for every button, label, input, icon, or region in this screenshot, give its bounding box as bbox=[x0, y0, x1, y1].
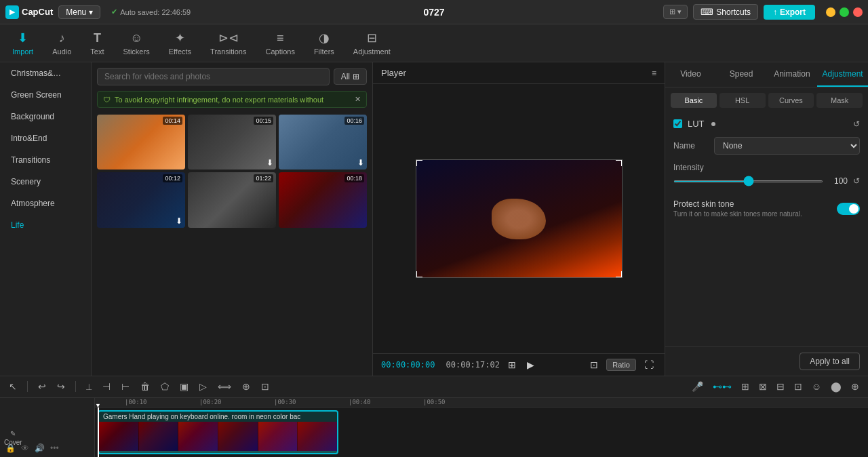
emoji-button[interactable]: ☺ bbox=[808, 379, 825, 394]
corner-tr[interactable] bbox=[616, 159, 623, 166]
tool-text[interactable]: T Text bbox=[81, 27, 113, 60]
nav-atmosphere[interactable]: Atmosphere bbox=[3, 193, 88, 214]
media-thumb-6[interactable]: 00:18 bbox=[279, 172, 367, 227]
nav-christmas[interactable]: Christmas&… bbox=[3, 63, 88, 83]
right-content: LUT ↺ Name None Intensity 100 ↺ bbox=[665, 113, 868, 346]
mic-button[interactable]: 🎤 bbox=[688, 379, 707, 394]
skin-tone-toggle[interactable] bbox=[837, 203, 860, 215]
maximize-button[interactable]: □ bbox=[840, 7, 849, 17]
corner-bl[interactable] bbox=[416, 271, 422, 278]
thumb-duration-6: 00:18 bbox=[344, 174, 364, 182]
media-thumb-2[interactable]: 00:15 ⬇ bbox=[188, 115, 276, 170]
captions-tl-button[interactable]: ⊡ bbox=[791, 379, 806, 394]
tool-import[interactable]: ⬇ Import bbox=[3, 26, 43, 60]
export-button[interactable]: ↑ Export bbox=[764, 5, 815, 20]
select-tool-button[interactable]: ↖ bbox=[5, 379, 20, 394]
subtab-curves[interactable]: Curves bbox=[768, 93, 814, 108]
search-input[interactable] bbox=[97, 68, 330, 85]
tab-video[interactable]: Video bbox=[665, 62, 716, 87]
player-panel: Player ≡ 00:00:00:00 00:00:17:02 ⊞ ▶ ⊡ R… bbox=[373, 62, 665, 376]
media-thumb-1[interactable]: 00:14 bbox=[97, 115, 185, 170]
color-button[interactable]: ⬤ bbox=[827, 379, 845, 394]
tracks-button[interactable]: ⊞ bbox=[738, 379, 753, 394]
trim-left-button[interactable]: ⊣ bbox=[99, 379, 114, 394]
thumb-download-3[interactable]: ⬇ bbox=[357, 158, 364, 167]
minimize-button[interactable]: − bbox=[826, 7, 835, 17]
tab-adjustment[interactable]: Adjustment bbox=[817, 62, 868, 87]
crop-button[interactable]: ⊕ bbox=[239, 379, 254, 394]
fullscreen-button[interactable]: ⛶ bbox=[642, 358, 656, 372]
media-thumb-5[interactable]: 01:22 bbox=[188, 172, 276, 227]
tool-stickers[interactable]: ☺ Stickers bbox=[114, 27, 159, 60]
tool-captions[interactable]: ≡ Captions bbox=[256, 27, 304, 60]
track-more-button[interactable]: ••• bbox=[49, 442, 60, 454]
media-thumb-4[interactable]: 00:12 ⬇ bbox=[97, 172, 185, 227]
undo-button[interactable]: ↩ bbox=[35, 379, 50, 394]
corner-tl[interactable] bbox=[416, 159, 422, 166]
ratio-button[interactable]: Ratio bbox=[606, 359, 636, 371]
transform-button[interactable]: ⊡ bbox=[258, 379, 273, 394]
player-menu-icon[interactable]: ≡ bbox=[652, 68, 656, 78]
timeline-body: 🔒 👁 🔊 ••• ✎ Cover |00:10 |00:20 |00:30 |… bbox=[0, 398, 868, 457]
nav-scenery[interactable]: Scenery bbox=[3, 172, 88, 192]
notice-check-icon: 🛡 bbox=[103, 96, 111, 104]
thumb-duration-3: 00:16 bbox=[344, 117, 364, 125]
trim-right-button[interactable]: ⊢ bbox=[118, 379, 133, 394]
menu-button[interactable]: Menu ▾ bbox=[58, 5, 100, 19]
ruler-label-0010: |00:10 bbox=[125, 399, 147, 405]
redo-button[interactable]: ↪ bbox=[54, 379, 68, 394]
subtab-basic[interactable]: Basic bbox=[671, 93, 717, 108]
subtab-mask[interactable]: Mask bbox=[816, 93, 863, 108]
thumb-duration-5: 01:22 bbox=[254, 174, 273, 182]
zoom-button[interactable]: ⊕ bbox=[848, 379, 863, 394]
nav-transitions[interactable]: Transitions bbox=[3, 150, 88, 170]
frame-button[interactable]: ▣ bbox=[176, 379, 192, 394]
intensity-reset-button[interactable]: ↺ bbox=[853, 176, 860, 186]
all-filter-button[interactable]: All ⊞ bbox=[334, 68, 367, 85]
tool-adjustment[interactable]: ⊟ Adjustment bbox=[344, 26, 400, 60]
tool-effects[interactable]: ✦ Effects bbox=[159, 26, 201, 60]
apply-to-all-button[interactable]: Apply to all bbox=[800, 353, 860, 370]
shortcuts-button[interactable]: ⌨ Shortcuts bbox=[693, 4, 758, 20]
notice-close-button[interactable]: ✕ bbox=[355, 95, 361, 104]
thumb-download-4[interactable]: ⬇ bbox=[176, 216, 182, 226]
attach-button[interactable]: ⊠ bbox=[755, 379, 770, 394]
shape-button[interactable]: ⬠ bbox=[157, 379, 172, 394]
intensity-slider[interactable] bbox=[673, 180, 823, 182]
play-in-button[interactable]: ▷ bbox=[196, 379, 210, 394]
mirror-button[interactable]: ⟺ bbox=[214, 379, 235, 394]
grid-view-button[interactable]: ⊞ bbox=[505, 358, 519, 372]
nav-life[interactable]: Life bbox=[3, 215, 88, 235]
right-panel: Video Speed Animation Adjustment Basic H… bbox=[665, 62, 868, 376]
detach-button[interactable]: ⊟ bbox=[773, 379, 788, 394]
nav-intro[interactable]: Intro&End bbox=[3, 128, 88, 148]
clip-frame-6 bbox=[298, 422, 337, 451]
tab-speed[interactable]: Speed bbox=[716, 62, 767, 87]
tool-filters[interactable]: ◑ Filters bbox=[304, 26, 344, 60]
tool-transitions[interactable]: ⊳⊲ Transitions bbox=[201, 26, 256, 60]
subtab-hsl[interactable]: HSL bbox=[719, 93, 766, 108]
timeline-clip[interactable]: Gamers Hand playing on keyboard online. … bbox=[98, 410, 338, 454]
project-id: 0727 bbox=[423, 7, 444, 18]
thumb-download-2[interactable]: ⬇ bbox=[267, 158, 273, 167]
tab-animation[interactable]: Animation bbox=[767, 62, 818, 87]
lut-row: LUT ↺ bbox=[673, 119, 860, 129]
close-button[interactable]: × bbox=[853, 7, 863, 17]
cover-button[interactable]: ✎ Cover bbox=[4, 430, 22, 446]
nav-background[interactable]: Background bbox=[3, 106, 88, 127]
delete-button[interactable]: 🗑 bbox=[137, 379, 153, 394]
play-button[interactable]: ▶ bbox=[524, 358, 537, 372]
monitor-button[interactable]: ⊞ ▾ bbox=[663, 5, 688, 19]
lut-checkbox[interactable] bbox=[673, 119, 682, 128]
link-clips-button[interactable]: ⊷⊷ bbox=[709, 379, 735, 394]
tool-audio[interactable]: ♪ Audio bbox=[43, 27, 81, 60]
name-select[interactable]: None bbox=[714, 137, 860, 155]
lut-reset-button[interactable]: ↺ bbox=[853, 119, 860, 129]
nav-greenscreen[interactable]: Green Screen bbox=[3, 85, 88, 105]
captions-icon: ≡ bbox=[277, 31, 284, 45]
corner-br[interactable] bbox=[616, 271, 623, 278]
fullfit-button[interactable]: ⊡ bbox=[587, 358, 601, 372]
media-thumb-3[interactable]: 00:16 ⬇ bbox=[279, 115, 367, 170]
split-button[interactable]: ⟂ bbox=[83, 379, 95, 394]
track-audio-button[interactable]: 🔊 bbox=[33, 442, 46, 454]
